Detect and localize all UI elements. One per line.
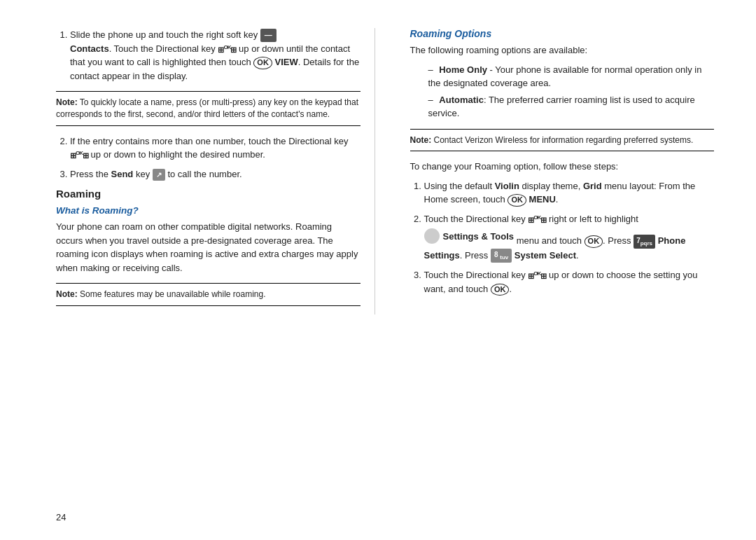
- roaming-options-intro: The following roaming options are availa…: [410, 43, 715, 57]
- change-step-3: Touch the Directional key ⊞OK⊞ up or dow…: [424, 268, 715, 296]
- directional-key-2-icon: ⊞OK⊞: [70, 149, 88, 161]
- ok-final-icon: OK: [491, 284, 510, 296]
- step-3: Press the Send key ↗ to call the number.: [70, 167, 360, 181]
- home-only-option: Home Only - Your phone is available for …: [421, 63, 715, 90]
- change-step-1: Using the default Violin display theme, …: [424, 179, 715, 207]
- change-intro: To change your Roaming option, follow th…: [410, 160, 715, 174]
- ok-settings-icon: OK: [584, 235, 603, 247]
- right-soft-key-icon: —: [260, 29, 276, 42]
- step-2: If the entry contains more than one numb…: [70, 134, 360, 162]
- note-box-3: Note: Contact Verizon Wireless for infor…: [410, 129, 715, 152]
- note-text-3: Contact Verizon Wireless for information…: [434, 135, 694, 145]
- note-text-2: Some features may be unavailable while r…: [80, 289, 265, 299]
- directional-key-4-icon: ⊞OK⊞: [528, 270, 546, 282]
- note-label-1: Note:: [56, 97, 78, 107]
- automatic-option: Automatic: The preferred carrier roaming…: [421, 93, 715, 120]
- settings-icon: [424, 228, 440, 244]
- roaming-heading: Roaming: [56, 188, 360, 200]
- note-label-2: Note:: [56, 289, 78, 299]
- seven-pqrs-icon: 7pqrs: [634, 235, 655, 249]
- roaming-description: Your phone can roam on other compatible …: [56, 220, 360, 275]
- ok-home-icon: OK: [507, 194, 526, 206]
- ok-button-icon: OK: [253, 57, 272, 69]
- page-number: 24: [56, 512, 66, 522]
- roaming-options-heading: Roaming Options: [410, 28, 715, 39]
- note-box-2: Note: Some features may be unavailable w…: [56, 283, 360, 306]
- roaming-options-list: Home Only - Your phone is available for …: [410, 63, 715, 120]
- right-column: Roaming Options The following roaming op…: [403, 28, 715, 314]
- note-label-3: Note:: [410, 135, 432, 145]
- left-column: Slide the phone up and touch the right s…: [56, 28, 375, 314]
- directional-key-3-icon: ⊞OK⊞: [528, 214, 546, 226]
- step-1: Slide the phone up and touch the right s…: [70, 28, 360, 83]
- eight-tuv-icon: 8 tuv: [491, 249, 512, 263]
- directional-key-icon: ⊞OK⊞: [218, 43, 236, 55]
- send-key-icon: ↗: [153, 169, 165, 181]
- change-step-2: Touch the Directional key ⊞OK⊞ right or …: [424, 212, 715, 263]
- what-is-roaming-heading: What is Roaming?: [56, 205, 360, 216]
- note-text-1: To quickly locate a name, press (or mult…: [56, 97, 358, 119]
- note-box-1: Note: To quickly locate a name, press (o…: [56, 91, 360, 126]
